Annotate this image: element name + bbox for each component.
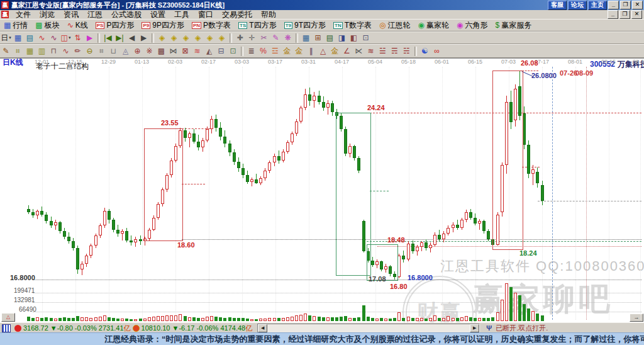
horizontal-scrollbar[interactable]: ◀ ▶ (257, 324, 480, 333)
scrollbar-left-arrow-icon[interactable]: ◀ (258, 324, 267, 332)
draw-trigram[interactable]: ☲ (269, 46, 281, 57)
draw-fan[interactable]: ⋉ (353, 46, 365, 57)
tool-play-flag[interactable]: ▶ (84, 33, 96, 43)
draw-gold-3[interactable]: 金 (329, 46, 341, 57)
draw-gold-1[interactable]: 金 (281, 46, 293, 57)
chart-canvas[interactable] (0, 58, 644, 322)
menu-item-窗口[interactable]: 窗口 (194, 10, 218, 19)
draw-trigram-2[interactable]: ☱ (377, 46, 389, 57)
tool-period-day[interactable]: 日▾ (0, 33, 12, 43)
draw-tri2-tool[interactable]: ◭ (203, 46, 215, 57)
tool-window-layout[interactable]: ▦ (12, 33, 24, 43)
mdi-minimize-button[interactable]: _ (608, 10, 618, 19)
connection-antenna-icon[interactable]: Ψ (486, 324, 492, 332)
menu-item-设置[interactable]: 设置 (146, 10, 170, 19)
tool-brush[interactable]: ❋ (282, 33, 294, 43)
toolbar-button-9p-square[interactable]: P99P四方形 (138, 20, 187, 31)
tool-first-page[interactable]: |◀ (102, 33, 114, 43)
tool-send[interactable]: ⊡ (360, 33, 372, 43)
toolbar-button-t-table[interactable]: TNT数字表 (330, 20, 375, 31)
quote-grid-icon[interactable] (2, 324, 11, 332)
menu-item-交易委托[interactable]: 交易委托 (218, 10, 257, 19)
toolbar-button-winner-wheel[interactable]: ◉赢家轮 (414, 20, 453, 31)
tool-save[interactable]: ◨ (336, 33, 348, 43)
draw-triangle-tool[interactable]: ◬ (119, 46, 131, 57)
toolbar-button-sectors[interactable]: ▩板块 (31, 20, 63, 31)
tool-gann-diamond-2[interactable]: ◈ (168, 33, 180, 43)
tool-last-page[interactable]: ▶| (114, 33, 126, 43)
draw-percent[interactable]: % (257, 46, 269, 57)
menu-item-浏览[interactable]: 浏览 (35, 10, 59, 19)
tool-cut[interactable]: ✂ (258, 33, 270, 43)
draw-angle[interactable]: ∠ (341, 46, 353, 57)
draw-pencil[interactable]: ✏ (72, 46, 84, 57)
service-button[interactable]: 客服 (548, 1, 567, 10)
toolbar-button-quotes[interactable]: ▦行情 (0, 20, 31, 31)
toolbar-button-hexagon[interactable]: ◉六角形 (453, 20, 491, 31)
menu-item-资讯[interactable]: 资讯 (59, 10, 83, 19)
menu-item-工具[interactable]: 工具 (170, 10, 194, 19)
menu-item-江恩[interactable]: 江恩 (83, 10, 107, 19)
draw-parallel[interactable]: ∥ (305, 46, 317, 57)
draw-price-grid[interactable]: ▦ (24, 46, 36, 57)
home-button[interactable]: 主页 (588, 1, 607, 10)
draw-gold-2[interactable]: 金 (293, 46, 305, 57)
tool-next[interactable]: ▶ (138, 33, 150, 43)
toolbar-button-kline[interactable]: ∿K线 (64, 20, 92, 31)
sh-index-icon[interactable] (14, 325, 21, 332)
title-bar[interactable]: 赢 赢家江恩专业版[赢家内部服务平台] - [万集科技 SZ300552-184… (0, 0, 644, 10)
tool-gann-diamond-5[interactable]: ◈ (204, 33, 216, 43)
toolbar-button-t-square[interactable]: TST四方形 (235, 20, 280, 31)
tool-gann-diamond-4[interactable]: ◈ (192, 33, 204, 43)
toolbar-button-winner-service[interactable]: $赢家服务 (491, 20, 535, 31)
sz-index-icon[interactable] (133, 325, 140, 332)
tool-gann-diamond-1[interactable]: ◈ (156, 33, 168, 43)
draw-star-tool[interactable]: ※ (143, 46, 155, 57)
menu-item-文件[interactable]: 文件 (11, 10, 35, 19)
draw-grid-tool[interactable]: ⌗ (12, 46, 24, 57)
menu-item-公式选股[interactable]: 公式选股 (107, 10, 146, 19)
tool-pen-magenta[interactable]: ✎ (270, 33, 282, 43)
draw-waves[interactable]: ≋ (365, 46, 377, 57)
expand-volume-button[interactable]: △ (1, 313, 15, 322)
mdi-close-button[interactable]: ✕ (631, 10, 642, 19)
scroll-right-button[interactable]: → (630, 314, 643, 322)
draw-link-tool[interactable]: ⋈ (167, 46, 179, 57)
toolbar-button-p-table[interactable]: PNP数字表 (188, 20, 235, 31)
draw-angle-up[interactable]: △ (317, 46, 329, 57)
scrollbar-right-arrow-icon[interactable]: ▶ (470, 324, 479, 332)
tool-trend-line-red[interactable]: ∿ (36, 33, 48, 43)
tool-ex-rights[interactable]: ⇅ (72, 33, 84, 43)
draw-taiji[interactable]: ☯ (419, 46, 431, 57)
draw-wave-tool[interactable]: ∿ (60, 46, 72, 57)
draw-shade-tool[interactable]: ▩ (155, 46, 167, 57)
tool-calculator[interactable]: ⊞ (312, 33, 324, 43)
menu-item-帮助[interactable]: 帮助 (257, 10, 280, 19)
draw-minus-box[interactable]: ⊟ (215, 46, 227, 57)
toolbar-button-9t-square[interactable]: T99T四方形 (280, 20, 330, 31)
draw-trigram-4[interactable]: ☵ (401, 46, 413, 57)
period-day-dropdown-icon[interactable]: ▾ (9, 35, 11, 40)
tool-calendar[interactable]: ▦ (300, 33, 312, 43)
tool-candle-style[interactable]: ◫▾ (60, 33, 72, 43)
tool-gann-diamond-3[interactable]: ◈ (180, 33, 192, 43)
tool-prev[interactable]: ◀ (126, 33, 138, 43)
close-button[interactable]: ✕ (632, 1, 643, 9)
tool-export[interactable]: ◧ (348, 33, 360, 43)
draw-time-grid[interactable]: ▥ (36, 46, 48, 57)
tool-info-panel[interactable]: ▤ (24, 33, 36, 43)
mdi-restore-button[interactable]: ❐ (619, 10, 630, 19)
forum-button[interactable]: 论坛 (568, 1, 587, 10)
draw-hash-tool[interactable]: ⌗ (96, 46, 108, 57)
draw-target-tool[interactable]: ⊕ (131, 46, 143, 57)
toolbar-button-p-square[interactable]: PSP四方形 (92, 20, 138, 31)
tool-trend-line-alt[interactable]: ∿ (48, 33, 60, 43)
candle-style-dropdown-icon[interactable]: ▾ (69, 35, 71, 40)
draw-bracket[interactable]: ⊓ (48, 46, 60, 57)
toolbar-button-gann-wheel[interactable]: ◎江恩轮 (375, 20, 414, 31)
minimize-button[interactable]: _ (608, 1, 619, 9)
draw-box-x-tool[interactable]: ⊠ (179, 46, 191, 57)
tool-crosshair[interactable]: ✛ (246, 33, 258, 43)
draw-ruler[interactable]: ≣ (245, 46, 257, 57)
draw-draw-pen[interactable]: ✎ (0, 46, 12, 57)
